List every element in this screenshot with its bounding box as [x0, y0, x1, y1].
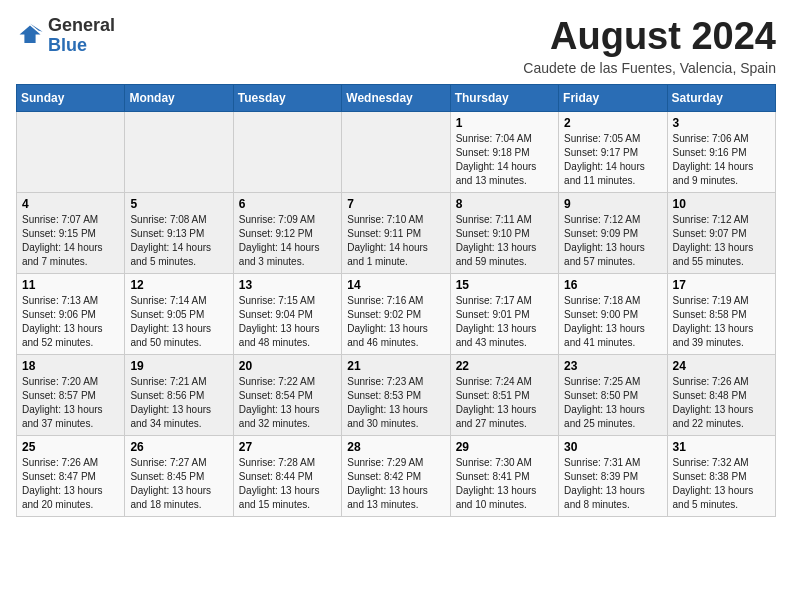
day-number: 24 — [673, 359, 770, 373]
day-info: Sunrise: 7:32 AM Sunset: 8:38 PM Dayligh… — [673, 456, 770, 512]
calendar-cell: 4Sunrise: 7:07 AM Sunset: 9:15 PM Daylig… — [17, 192, 125, 273]
calendar-cell — [125, 111, 233, 192]
calendar-week-row: 25Sunrise: 7:26 AM Sunset: 8:47 PM Dayli… — [17, 435, 776, 516]
calendar-cell — [17, 111, 125, 192]
location: Caudete de las Fuentes, Valencia, Spain — [523, 60, 776, 76]
calendar-cell — [342, 111, 450, 192]
day-info: Sunrise: 7:19 AM Sunset: 8:58 PM Dayligh… — [673, 294, 770, 350]
calendar-cell: 19Sunrise: 7:21 AM Sunset: 8:56 PM Dayli… — [125, 354, 233, 435]
day-number: 25 — [22, 440, 119, 454]
calendar-cell: 1Sunrise: 7:04 AM Sunset: 9:18 PM Daylig… — [450, 111, 558, 192]
day-info: Sunrise: 7:21 AM Sunset: 8:56 PM Dayligh… — [130, 375, 227, 431]
calendar-cell: 11Sunrise: 7:13 AM Sunset: 9:06 PM Dayli… — [17, 273, 125, 354]
calendar-cell: 14Sunrise: 7:16 AM Sunset: 9:02 PM Dayli… — [342, 273, 450, 354]
day-number: 4 — [22, 197, 119, 211]
calendar-cell: 2Sunrise: 7:05 AM Sunset: 9:17 PM Daylig… — [559, 111, 667, 192]
calendar-cell: 16Sunrise: 7:18 AM Sunset: 9:00 PM Dayli… — [559, 273, 667, 354]
day-number: 13 — [239, 278, 336, 292]
calendar-cell: 29Sunrise: 7:30 AM Sunset: 8:41 PM Dayli… — [450, 435, 558, 516]
weekday-header: Sunday — [17, 84, 125, 111]
calendar-cell: 7Sunrise: 7:10 AM Sunset: 9:11 PM Daylig… — [342, 192, 450, 273]
day-number: 5 — [130, 197, 227, 211]
day-info: Sunrise: 7:30 AM Sunset: 8:41 PM Dayligh… — [456, 456, 553, 512]
day-number: 21 — [347, 359, 444, 373]
day-number: 3 — [673, 116, 770, 130]
weekday-header: Thursday — [450, 84, 558, 111]
calendar-cell — [233, 111, 341, 192]
calendar-cell: 20Sunrise: 7:22 AM Sunset: 8:54 PM Dayli… — [233, 354, 341, 435]
weekday-header: Wednesday — [342, 84, 450, 111]
day-info: Sunrise: 7:14 AM Sunset: 9:05 PM Dayligh… — [130, 294, 227, 350]
day-number: 18 — [22, 359, 119, 373]
logo: General Blue — [16, 16, 115, 56]
day-info: Sunrise: 7:29 AM Sunset: 8:42 PM Dayligh… — [347, 456, 444, 512]
calendar-cell: 17Sunrise: 7:19 AM Sunset: 8:58 PM Dayli… — [667, 273, 775, 354]
logo-blue: Blue — [48, 35, 87, 55]
calendar-cell: 27Sunrise: 7:28 AM Sunset: 8:44 PM Dayli… — [233, 435, 341, 516]
weekday-header: Saturday — [667, 84, 775, 111]
calendar-week-row: 4Sunrise: 7:07 AM Sunset: 9:15 PM Daylig… — [17, 192, 776, 273]
day-info: Sunrise: 7:06 AM Sunset: 9:16 PM Dayligh… — [673, 132, 770, 188]
day-info: Sunrise: 7:24 AM Sunset: 8:51 PM Dayligh… — [456, 375, 553, 431]
calendar-cell: 30Sunrise: 7:31 AM Sunset: 8:39 PM Dayli… — [559, 435, 667, 516]
day-info: Sunrise: 7:12 AM Sunset: 9:09 PM Dayligh… — [564, 213, 661, 269]
day-info: Sunrise: 7:11 AM Sunset: 9:10 PM Dayligh… — [456, 213, 553, 269]
calendar-cell: 21Sunrise: 7:23 AM Sunset: 8:53 PM Dayli… — [342, 354, 450, 435]
day-number: 27 — [239, 440, 336, 454]
day-info: Sunrise: 7:17 AM Sunset: 9:01 PM Dayligh… — [456, 294, 553, 350]
day-number: 14 — [347, 278, 444, 292]
day-info: Sunrise: 7:23 AM Sunset: 8:53 PM Dayligh… — [347, 375, 444, 431]
day-info: Sunrise: 7:05 AM Sunset: 9:17 PM Dayligh… — [564, 132, 661, 188]
day-number: 31 — [673, 440, 770, 454]
day-number: 19 — [130, 359, 227, 373]
calendar-week-row: 18Sunrise: 7:20 AM Sunset: 8:57 PM Dayli… — [17, 354, 776, 435]
calendar-week-row: 11Sunrise: 7:13 AM Sunset: 9:06 PM Dayli… — [17, 273, 776, 354]
calendar-week-row: 1Sunrise: 7:04 AM Sunset: 9:18 PM Daylig… — [17, 111, 776, 192]
day-number: 30 — [564, 440, 661, 454]
day-number: 16 — [564, 278, 661, 292]
calendar-cell: 5Sunrise: 7:08 AM Sunset: 9:13 PM Daylig… — [125, 192, 233, 273]
day-info: Sunrise: 7:15 AM Sunset: 9:04 PM Dayligh… — [239, 294, 336, 350]
day-info: Sunrise: 7:10 AM Sunset: 9:11 PM Dayligh… — [347, 213, 444, 269]
day-info: Sunrise: 7:18 AM Sunset: 9:00 PM Dayligh… — [564, 294, 661, 350]
day-info: Sunrise: 7:09 AM Sunset: 9:12 PM Dayligh… — [239, 213, 336, 269]
day-number: 23 — [564, 359, 661, 373]
day-info: Sunrise: 7:16 AM Sunset: 9:02 PM Dayligh… — [347, 294, 444, 350]
calendar-table: SundayMondayTuesdayWednesdayThursdayFrid… — [16, 84, 776, 517]
page-header: General Blue August 2024 Caudete de las … — [16, 16, 776, 76]
calendar-cell: 28Sunrise: 7:29 AM Sunset: 8:42 PM Dayli… — [342, 435, 450, 516]
day-number: 12 — [130, 278, 227, 292]
title-block: August 2024 Caudete de las Fuentes, Vale… — [523, 16, 776, 76]
calendar-cell: 18Sunrise: 7:20 AM Sunset: 8:57 PM Dayli… — [17, 354, 125, 435]
logo-bird-icon — [16, 22, 44, 50]
day-number: 11 — [22, 278, 119, 292]
day-number: 17 — [673, 278, 770, 292]
day-info: Sunrise: 7:13 AM Sunset: 9:06 PM Dayligh… — [22, 294, 119, 350]
day-number: 6 — [239, 197, 336, 211]
logo-text: General Blue — [48, 16, 115, 56]
day-info: Sunrise: 7:20 AM Sunset: 8:57 PM Dayligh… — [22, 375, 119, 431]
day-number: 9 — [564, 197, 661, 211]
day-number: 8 — [456, 197, 553, 211]
weekday-header: Tuesday — [233, 84, 341, 111]
calendar-cell: 23Sunrise: 7:25 AM Sunset: 8:50 PM Dayli… — [559, 354, 667, 435]
day-info: Sunrise: 7:26 AM Sunset: 8:48 PM Dayligh… — [673, 375, 770, 431]
day-number: 2 — [564, 116, 661, 130]
calendar-cell: 31Sunrise: 7:32 AM Sunset: 8:38 PM Dayli… — [667, 435, 775, 516]
day-info: Sunrise: 7:27 AM Sunset: 8:45 PM Dayligh… — [130, 456, 227, 512]
day-info: Sunrise: 7:04 AM Sunset: 9:18 PM Dayligh… — [456, 132, 553, 188]
day-info: Sunrise: 7:08 AM Sunset: 9:13 PM Dayligh… — [130, 213, 227, 269]
calendar-cell: 9Sunrise: 7:12 AM Sunset: 9:09 PM Daylig… — [559, 192, 667, 273]
day-info: Sunrise: 7:28 AM Sunset: 8:44 PM Dayligh… — [239, 456, 336, 512]
calendar-cell: 15Sunrise: 7:17 AM Sunset: 9:01 PM Dayli… — [450, 273, 558, 354]
day-number: 7 — [347, 197, 444, 211]
day-number: 10 — [673, 197, 770, 211]
day-info: Sunrise: 7:31 AM Sunset: 8:39 PM Dayligh… — [564, 456, 661, 512]
weekday-header: Monday — [125, 84, 233, 111]
day-info: Sunrise: 7:07 AM Sunset: 9:15 PM Dayligh… — [22, 213, 119, 269]
day-number: 20 — [239, 359, 336, 373]
calendar-cell: 6Sunrise: 7:09 AM Sunset: 9:12 PM Daylig… — [233, 192, 341, 273]
calendar-cell: 8Sunrise: 7:11 AM Sunset: 9:10 PM Daylig… — [450, 192, 558, 273]
day-number: 15 — [456, 278, 553, 292]
calendar-cell: 10Sunrise: 7:12 AM Sunset: 9:07 PM Dayli… — [667, 192, 775, 273]
